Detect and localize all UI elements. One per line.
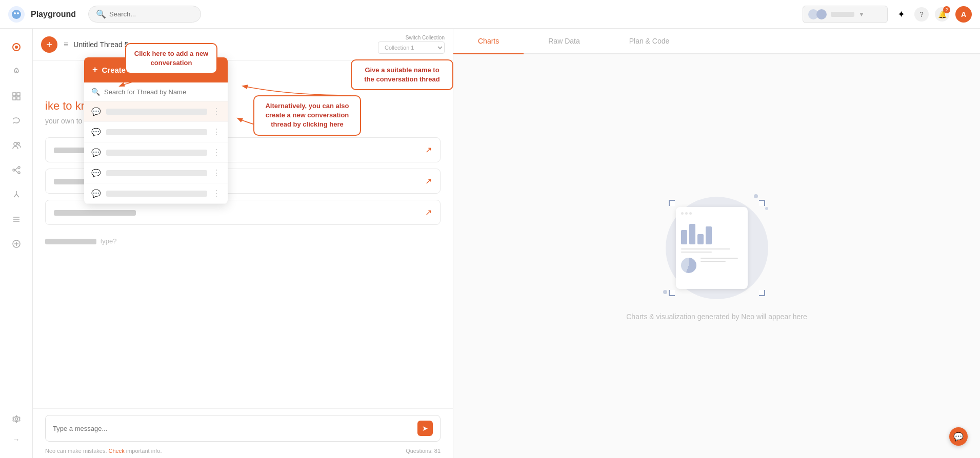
thread-list: 💬 ⋮ 💬 ⋮ 💬 ⋮ 💬 [84,101,228,204]
thread-list-item[interactable]: 💬 ⋮ [84,163,228,183]
chat-icon: 💬 [91,189,101,198]
send-button[interactable]: ➤ [417,421,433,436]
tab-plan-code[interactable]: Plan & Code [605,29,694,53]
thread-item-label [106,150,207,156]
sidebar-item-add[interactable] [6,234,27,254]
svg-point-5 [15,71,17,72]
header: Playground 🔍 ▼ ✦ ? 🔔 2 A [0,0,980,29]
sidebar-item-grid[interactable] [6,86,27,107]
extra-text: type? [45,237,441,245]
user-selector[interactable]: ▼ [803,6,888,23]
chat-input-area: ➤ [33,408,453,446]
thread-list-item[interactable]: 💬 ⋮ [84,101,228,122]
create-new-thread-button[interactable]: + Create New Thread [84,57,228,82]
sidebar-item-rocket[interactable] [6,61,27,82]
sparkle-button[interactable]: ✦ [894,7,908,22]
chevron-down-icon: ▼ [858,11,882,18]
thread-item-label [106,129,207,135]
svg-point-21 [15,418,17,421]
chat-icon: 💬 [91,107,101,116]
switch-collection-select[interactable]: Collection 1 Collection 2 [378,41,445,54]
thread-list-item[interactable]: 💬 ⋮ [84,183,228,204]
notification-button[interactable]: 🔔 2 [935,7,949,22]
check-info-link[interactable]: Check [109,448,125,454]
main-content: + ≡ Untitled Thread 5 Switch Collection … [33,29,980,458]
more-options-icon[interactable]: ⋮ [212,168,221,178]
disclaimer-text: Neo can make mistakes. Check important i… [45,448,162,454]
sidebar-collapse-button[interactable]: → [6,429,27,450]
sidebar-item-settings[interactable] [6,409,27,429]
thread-header: + ≡ Untitled Thread 5 Switch Collection … [33,29,453,60]
more-options-icon[interactable]: ⋮ [212,189,221,198]
svg-rect-7 [17,93,20,96]
add-conversation-button[interactable]: + [41,36,57,53]
chart-illustration [661,192,773,304]
corner-handle-bl [669,290,675,296]
svg-point-11 [17,142,19,144]
sidebar: → [0,29,33,458]
charts-empty-state: Charts & visualization generated by Neo … [453,54,980,458]
user-avatar[interactable]: A [955,6,972,23]
svg-point-12 [13,169,15,171]
sidebar-bottom: → [6,409,27,450]
chat-icon: 💬 [91,169,101,178]
sidebar-item-people[interactable] [6,135,27,156]
svg-point-13 [18,166,20,169]
svg-point-14 [18,172,20,174]
sidebar-item-home[interactable] [6,37,27,57]
svg-rect-6 [13,93,16,96]
thread-list-item[interactable]: 💬 ⋮ [84,142,228,163]
thread-search-area: 🔍 [84,82,228,101]
message-input[interactable] [53,425,417,432]
sidebar-item-route[interactable] [6,111,27,131]
chat-support-button[interactable]: 💬 [949,427,968,446]
svg-point-2 [17,12,19,14]
thread-list-item[interactable]: 💬 ⋮ [84,122,228,142]
message-input-row: ➤ [45,415,441,442]
more-options-icon[interactable]: ⋮ [212,127,221,137]
thread-dropdown-panel: + Create New Thread 🔍 💬 ⋮ 💬 ⋮ [84,57,228,204]
plus-icon: + [46,39,52,50]
help-button[interactable]: ? [914,7,929,22]
notification-badge: 2 [943,6,950,13]
sidebar-item-flow[interactable] [6,160,27,180]
empty-state-text: Charts & visualization generated by Neo … [626,313,807,321]
right-tabs: Charts Raw Data Plan & Code [453,29,980,54]
svg-rect-9 [17,97,20,100]
chat-bubble-icon: 💬 [953,432,964,442]
svg-point-10 [14,142,17,145]
svg-rect-8 [13,97,16,100]
plus-icon-create: + [92,65,98,75]
more-options-icon[interactable]: ⋮ [212,107,221,116]
resize-handles [661,192,773,304]
search-icon-dropdown: 🔍 [91,88,100,96]
right-panel: Charts Raw Data Plan & Code [453,29,980,458]
thread-item-label [106,170,207,176]
more-options-icon[interactable]: ⋮ [212,148,221,157]
global-search[interactable]: 🔍 [88,6,201,23]
tab-charts[interactable]: Charts [453,29,524,53]
tab-raw-data[interactable]: Raw Data [524,29,604,53]
avatar-letter: A [961,10,966,18]
svg-point-4 [15,46,18,49]
svg-point-1 [14,12,16,14]
thread-search-input[interactable] [104,88,221,96]
svg-point-0 [12,10,21,19]
search-input[interactable] [109,10,195,18]
header-actions: ▼ ✦ ? 🔔 2 A [803,6,972,23]
arrow-left-icon: → [13,435,20,444]
switch-collection-label: Switch Collection [406,35,445,40]
corner-handle-tr [759,200,765,206]
left-panel: + ≡ Untitled Thread 5 Switch Collection … [33,29,453,458]
hamburger-icon[interactable]: ≡ [64,40,68,49]
arrow-icon: ↗ [425,207,432,217]
sidebar-item-group[interactable] [6,184,27,205]
chat-footer: Neo can make mistakes. Check important i… [33,446,453,458]
chat-icon: 💬 [91,148,101,157]
chat-icon: 💬 [91,128,101,137]
app-logo [8,6,25,23]
thread-title[interactable]: Untitled Thread 5 [73,40,128,49]
thread-item-label [106,109,207,115]
sidebar-item-list[interactable] [6,209,27,230]
corner-handle-tl [669,200,675,206]
